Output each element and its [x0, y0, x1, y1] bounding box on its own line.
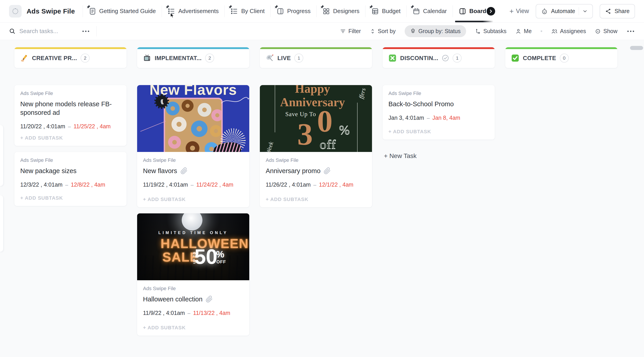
cover-image-new-flavors[interactable]: New Flavors ((	[137, 85, 249, 152]
search-input[interactable]	[19, 28, 78, 35]
task-card[interactable]: LIMITED TIME ONLY HALLOWEEN SALE UP TO 5…	[137, 213, 249, 336]
task-card[interactable]: Ads Swipe File Back-to-School Promo Jan …	[382, 85, 495, 140]
tab-label: Designers	[333, 8, 360, 15]
board-column-discontinued: DISCONTIN... 1 Ads Swipe File Back-to-Sc…	[382, 47, 495, 357]
cover-side-text: s Week	[263, 141, 275, 152]
list-icon	[168, 7, 176, 15]
card-title[interactable]: Back-to-School Promo	[388, 100, 454, 108]
add-subtask-button[interactable]: + ADD SUBTASK	[20, 135, 121, 141]
new-task-button[interactable]: + New Task	[382, 152, 495, 160]
task-card[interactable]: Ads Swipe File New phone models release …	[14, 85, 126, 146]
person-icon	[516, 28, 521, 34]
date-separator: –	[314, 182, 316, 188]
pin-icon	[369, 5, 373, 9]
group-by-button[interactable]: Group by: Status	[405, 25, 466, 37]
show-button[interactable]: Show	[595, 28, 618, 34]
toolbar-divider	[96, 26, 96, 36]
starburst-decoration: ((	[154, 94, 169, 109]
tab-progress[interactable]: Progress	[271, 0, 316, 22]
pin-icon	[320, 5, 324, 9]
paperclip-icon	[206, 296, 213, 303]
card-title[interactable]: New phone models release FB-spon­sored a…	[20, 100, 121, 117]
squiggle-decoration	[221, 96, 249, 106]
cover-image-halloween[interactable]: LIMITED TIME ONLY HALLOWEEN SALE UP TO 5…	[137, 213, 249, 280]
column-header[interactable]: IMPLEMENTAT... 2	[137, 47, 249, 68]
tab-advertisements[interactable]: Advertisements	[162, 0, 224, 22]
cover-off-text: off	[320, 137, 336, 152]
check-circle-icon[interactable]	[442, 54, 449, 62]
add-subtask-button[interactable]: + ADD SUBTASK	[143, 197, 244, 202]
task-card[interactable]: Ads Swipe File New package sizes 12/3/22…	[14, 152, 126, 206]
add-subtask-button[interactable]: + ADD SUBTASK	[20, 195, 121, 201]
column-title: CREATIVE PR...	[32, 55, 77, 62]
tab-label: Progress	[287, 8, 310, 15]
card-title[interactable]: Anniversary promo	[266, 167, 320, 175]
card-title[interactable]: New flavors	[143, 167, 177, 175]
grid-icon	[322, 7, 330, 15]
toolbar-dot-separator	[541, 30, 542, 32]
offscreen-card-sliver	[0, 125, 3, 186]
tab-getting-started-guide[interactable]: Getting Started Guide	[83, 0, 162, 22]
board-column-live: LIVE 1 s Week ffers Happy Anniversary Sa…	[260, 47, 372, 357]
search-more-icon[interactable]	[82, 30, 90, 33]
cover-image-anniversary[interactable]: s Week ffers Happy Anniversary Save Up T…	[260, 85, 372, 152]
pin-icon	[228, 5, 232, 9]
tab-by-client[interactable]: By Client	[225, 0, 270, 22]
horizontal-scrollbar-thumb[interactable]	[630, 46, 643, 50]
table-icon	[371, 7, 379, 15]
date-separator: –	[191, 182, 194, 188]
subtasks-button[interactable]: Subtasks	[475, 28, 507, 34]
column-color-bar	[260, 47, 372, 49]
task-card[interactable]: New Flavors (( Ads Swipe File New flavor…	[137, 85, 249, 207]
satellite-emoji	[266, 54, 274, 62]
card-dates: 11/9/22 , 4:01am – 11/13/22 , 4am	[143, 310, 244, 316]
column-color-bar	[14, 47, 126, 49]
writing-hand-emoji	[20, 54, 28, 62]
add-view-label: View	[516, 8, 529, 15]
sort-by-label: Sort by	[378, 28, 396, 34]
board-icon	[459, 7, 466, 15]
tv-emoji	[143, 54, 151, 62]
list-status-spinner-icon[interactable]	[9, 5, 22, 17]
me-mode-button[interactable]: Me	[516, 28, 532, 34]
card-title[interactable]: New package sizes	[20, 167, 76, 175]
automate-button[interactable]: Automate	[536, 4, 593, 18]
add-subtask-button[interactable]: + ADD SUBTASK	[143, 325, 244, 331]
card-list-name: Ads Swipe File	[20, 90, 121, 96]
tab-board[interactable]: Board	[453, 0, 492, 22]
column-header[interactable]: LIVE 1	[260, 47, 372, 68]
tab-calendar[interactable]: Calendar	[407, 0, 453, 22]
group-by-label: Group by: Status	[418, 28, 461, 34]
tab-designers[interactable]: Designers	[316, 0, 365, 22]
cover-discount-number: 50	[194, 246, 217, 267]
sort-icon	[370, 28, 375, 34]
tab-label: Calendar	[423, 8, 447, 15]
column-count-badge: 1	[452, 53, 462, 62]
filter-button[interactable]: Filter	[340, 28, 361, 34]
card-list-name: Ads Swipe File	[266, 157, 366, 163]
toolbar-more-icon[interactable]	[626, 30, 635, 33]
add-view-button[interactable]: + View	[510, 8, 529, 15]
share-button[interactable]: Share	[600, 4, 635, 18]
tab-budget[interactable]: Budget	[366, 0, 406, 22]
task-card[interactable]: s Week ffers Happy Anniversary Save Up T…	[260, 85, 372, 207]
add-subtask-button[interactable]: + ADD SUBTASK	[388, 129, 489, 135]
column-header[interactable]: CREATIVE PR... 2	[14, 47, 126, 68]
page-title: Ads Swipe File	[26, 7, 75, 15]
pin-icon	[86, 5, 90, 9]
due-date: 11/25/22 , 4am	[74, 123, 110, 130]
column-count-badge: 1	[294, 53, 303, 62]
board-column-complete: COMPLETE 0	[505, 47, 618, 357]
column-header[interactable]: DISCONTIN... 1	[382, 47, 495, 68]
add-subtask-button[interactable]: + ADD SUBTASK	[266, 197, 366, 202]
assignees-button[interactable]: Assignees	[551, 28, 586, 34]
card-title[interactable]: Halloween collection	[143, 295, 202, 304]
sort-by-button[interactable]: Sort by	[370, 28, 396, 34]
pin-icon	[166, 5, 170, 9]
donuts-photo	[164, 98, 223, 152]
tabs-scroll-right-button[interactable]	[486, 7, 495, 15]
column-header[interactable]: COMPLETE 0	[505, 47, 618, 68]
card-list-name: Ads Swipe File	[388, 90, 489, 96]
view-toolbar: Filter Sort by Group by: Status Subtasks…	[0, 22, 644, 40]
show-label: Show	[603, 28, 618, 34]
